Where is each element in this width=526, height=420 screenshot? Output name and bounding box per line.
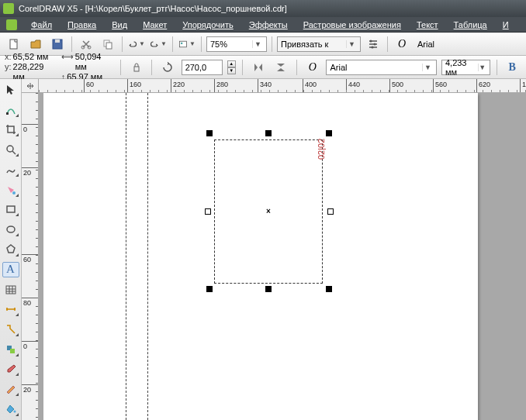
lock-ratio-button[interactable]: [127, 58, 145, 77]
mirror-v-button[interactable]: [272, 58, 290, 77]
handle-tl[interactable]: [206, 130, 213, 136]
menu-layout[interactable]: Макет: [137, 19, 173, 31]
svg-point-14: [7, 146, 13, 152]
main-area: A 60160220280340400440500560620140 02060…: [0, 79, 526, 420]
angle-input[interactable]: 270,0: [182, 60, 223, 75]
dimension-tool[interactable]: [2, 301, 19, 317]
menu-bitmaps[interactable]: Растровые изображения: [297, 19, 407, 31]
svg-point-9: [370, 40, 372, 42]
handle-mr[interactable]: [327, 208, 334, 215]
handle-bl[interactable]: [206, 286, 213, 292]
size-readout: ⟷50,094 мм ↕65,97 мм: [61, 52, 114, 82]
menu-bar: Файл Правка Вид Макет Упорядочить Эффект…: [0, 17, 526, 33]
rotate-icon: [158, 58, 176, 77]
rectangle-tool[interactable]: [2, 202, 19, 218]
menu-view[interactable]: Вид: [106, 19, 133, 31]
save-button[interactable]: [48, 35, 67, 53]
handle-bc[interactable]: [265, 286, 272, 292]
import-button[interactable]: ▼: [178, 35, 196, 53]
handle-tc[interactable]: [265, 130, 272, 136]
position-readout: x:65,52 мм y:228,229 мм: [5, 52, 57, 82]
svg-point-10: [374, 43, 376, 45]
redo-button[interactable]: ▼: [149, 35, 168, 53]
fill-tool[interactable]: [2, 401, 19, 417]
svg-rect-0: [10, 40, 17, 49]
polygon-tool[interactable]: [2, 242, 19, 257]
angle-value: 270,0: [185, 63, 207, 72]
menu-edit[interactable]: Правка: [61, 19, 102, 31]
menu-more[interactable]: И: [497, 19, 515, 31]
copy-button[interactable]: [99, 35, 117, 53]
snap-combo[interactable]: Привязать к▼: [277, 36, 361, 52]
svg-rect-2: [55, 40, 60, 43]
options-button[interactable]: [364, 35, 382, 53]
font-value: Arial: [330, 63, 347, 72]
menu-effects[interactable]: Эффекты: [243, 19, 294, 31]
font-combo[interactable]: Arial▼: [326, 60, 437, 75]
handle-ml[interactable]: [205, 208, 211, 215]
undo-button[interactable]: ▼: [127, 35, 146, 53]
svg-rect-7: [180, 41, 187, 47]
font-icon: O: [393, 35, 411, 53]
svg-rect-18: [6, 286, 16, 294]
svg-rect-13: [6, 112, 9, 115]
size-w: 50,094 мм: [75, 52, 114, 72]
top-font-value: Arial: [417, 40, 434, 49]
toolbox: A: [0, 79, 22, 420]
svg-rect-20: [10, 349, 15, 353]
menu-table[interactable]: Таблица: [448, 19, 493, 31]
cut-button[interactable]: [77, 35, 95, 53]
app-icon: [3, 3, 14, 14]
fontsize-combo[interactable]: 4,233 мм▼: [441, 60, 490, 75]
svg-point-11: [372, 46, 374, 48]
svg-rect-6: [106, 43, 112, 49]
property-bar: x:65,52 мм y:228,229 мм ⟷50,094 мм ↕65,9…: [0, 56, 526, 79]
table-tool[interactable]: [2, 282, 19, 298]
snap-label: Привязать к: [281, 40, 328, 49]
horizontal-ruler[interactable]: 60160220280340400440500560620140: [39, 79, 526, 93]
open-button[interactable]: [26, 35, 45, 53]
svg-rect-8: [181, 42, 182, 43]
ellipse-tool[interactable]: [2, 222, 19, 237]
mirror-h-button[interactable]: [249, 58, 267, 77]
menu-file[interactable]: Файл: [25, 19, 58, 31]
svg-rect-12: [134, 67, 139, 71]
font-icon-prop: O: [303, 58, 321, 77]
top-font-combo[interactable]: Arial: [414, 36, 500, 52]
fontsize-value: 4,233 мм: [445, 58, 472, 77]
angle-spinner[interactable]: ▲▼: [227, 60, 237, 74]
text-object[interactable]: 02|02: [317, 139, 326, 160]
svg-point-17: [7, 226, 15, 232]
zoom-combo[interactable]: 75%▼: [206, 36, 267, 52]
eyedropper-tool[interactable]: [2, 362, 19, 377]
outline-tool[interactable]: [2, 381, 19, 397]
text-tool[interactable]: A: [2, 262, 19, 277]
handle-tr[interactable]: [326, 130, 332, 136]
shape-tool[interactable]: [2, 102, 19, 118]
vertical-ruler[interactable]: 0206080020: [22, 93, 39, 420]
crop-tool[interactable]: [2, 122, 19, 138]
new-button[interactable]: [5, 35, 23, 53]
window-title: CorelDRAW X5 - [H:\Корел\Буклет_ртг\Насо…: [19, 4, 287, 13]
freehand-tool[interactable]: [2, 162, 19, 177]
menu-text[interactable]: Текст: [410, 19, 445, 31]
menu-arrange[interactable]: Упорядочить: [176, 19, 239, 31]
canvas[interactable]: 02|02 ×: [39, 93, 526, 420]
title-bar: CorelDRAW X5 - [H:\Корел\Буклет_ртг\Насо…: [0, 0, 526, 17]
svg-rect-16: [7, 206, 15, 212]
interactive-tool[interactable]: [2, 342, 19, 357]
selection-center: ×: [266, 207, 271, 215]
doc-icon: [6, 19, 17, 30]
bold-button[interactable]: B: [504, 58, 521, 77]
pick-tool[interactable]: [2, 82, 19, 98]
zoom-tool[interactable]: [2, 142, 19, 157]
ruler-origin[interactable]: [22, 79, 39, 93]
smart-fill-tool[interactable]: [2, 182, 19, 198]
zoom-value: 75%: [210, 40, 227, 49]
pos-x: 65,52 мм: [13, 52, 49, 62]
handle-br[interactable]: [326, 286, 332, 292]
guideline-2[interactable]: [147, 93, 148, 420]
connector-tool[interactable]: [2, 322, 19, 337]
guideline-1[interactable]: [126, 93, 126, 420]
